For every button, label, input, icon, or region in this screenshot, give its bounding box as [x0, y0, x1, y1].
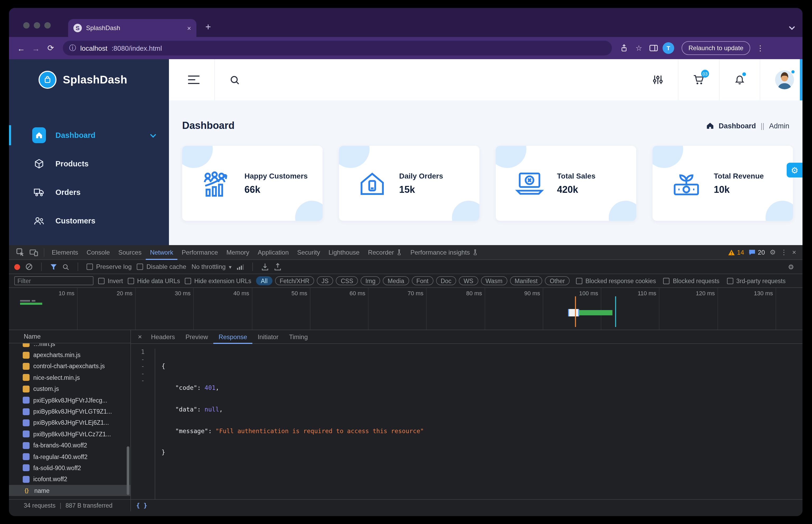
preserve-log-checkbox[interactable]: Preserve log	[87, 263, 132, 271]
filter-pill-doc[interactable]: Doc	[436, 276, 456, 285]
detail-tab-initiator[interactable]: Initiator	[252, 330, 284, 344]
sidebar-item-orders[interactable]: Orders	[9, 178, 169, 207]
devtools-tab-console[interactable]: Console	[82, 245, 114, 260]
hide-data-urls-checkbox[interactable]: Hide data URLs	[128, 278, 180, 284]
detail-tab-timing[interactable]: Timing	[284, 330, 313, 344]
blocked-cookies-checkbox[interactable]: Blocked response cookies	[576, 278, 656, 284]
devtools-menu-kebab-icon[interactable]: ⋮	[781, 248, 788, 256]
request-row[interactable]: pxiByp8kv8JHgFVrLCz7Z1...	[9, 428, 131, 440]
response-body[interactable]: 1 - - - - { "code": 401, "data": null, "…	[131, 344, 802, 499]
requests-scrollbar[interactable]	[127, 446, 129, 495]
bookmark-star-icon[interactable]: ☆	[633, 44, 645, 52]
network-conditions-icon[interactable]	[237, 264, 244, 270]
issues-counter[interactable]: 20	[749, 248, 765, 256]
network-search-icon[interactable]	[62, 263, 69, 270]
detail-tab-response[interactable]: Response	[213, 330, 252, 344]
filter-pill-wasm[interactable]: Wasm	[481, 276, 507, 285]
request-row[interactable]: custom.js	[9, 383, 131, 395]
device-toolbar-icon[interactable]	[27, 248, 41, 256]
request-row[interactable]: pxiEyp8kv8JHgFVrJJfecg...	[9, 395, 131, 406]
detail-tab-headers[interactable]: Headers	[146, 330, 180, 344]
traffic-light-minimize[interactable]	[34, 22, 40, 29]
network-filter-input[interactable]	[14, 276, 94, 285]
browser-menu-icon[interactable]: ⋮	[757, 44, 764, 52]
breadcrumb-dashboard[interactable]: Dashboard	[718, 122, 756, 130]
warnings-counter[interactable]: 14	[728, 248, 744, 256]
blocked-requests-checkbox[interactable]: Blocked requests	[663, 278, 720, 284]
devtools-tab-elements[interactable]: Elements	[48, 245, 82, 260]
devtools-close-icon[interactable]: ×	[792, 248, 796, 256]
side-panel-icon[interactable]	[648, 44, 659, 52]
traffic-light-zoom[interactable]	[44, 22, 51, 29]
filter-pill-all[interactable]: All	[256, 276, 272, 285]
devtools-tab-sources[interactable]: Sources	[114, 245, 146, 260]
pretty-print-button[interactable]: { }	[131, 502, 147, 509]
devtools-tab-security[interactable]: Security	[293, 245, 324, 260]
filter-pill-css[interactable]: CSS	[336, 276, 358, 285]
devtools-tab-recorder[interactable]: Recorder	[364, 245, 406, 260]
relaunch-update-button[interactable]: Relaunch to update	[681, 41, 750, 55]
request-row[interactable]: fa-brands-400.woff2	[9, 440, 131, 451]
request-row-selected[interactable]: {}name	[9, 485, 131, 496]
network-settings-gear-icon[interactable]: ⚙	[788, 263, 797, 271]
network-overview-timeline[interactable]: 10 ms 20 ms 30 ms 40 ms 50 ms 60 ms 70 m…	[9, 288, 802, 330]
filter-pill-media[interactable]: Media	[383, 276, 409, 285]
filter-pill-other[interactable]: Other	[545, 276, 570, 285]
filter-sliders-icon[interactable]	[653, 75, 663, 85]
hide-extension-urls-checkbox[interactable]: Hide extension URLs	[185, 278, 251, 284]
request-row[interactable]: fa-solid-900.woff2	[9, 462, 131, 474]
new-tab-button[interactable]: +	[205, 22, 211, 33]
devtools-tab-memory[interactable]: Memory	[222, 245, 254, 260]
filter-pill-ws[interactable]: WS	[459, 276, 478, 285]
devtools-tab-performance-insights[interactable]: Performance insights	[406, 245, 482, 260]
request-row[interactable]: fa-regular-400.woff2	[9, 451, 131, 462]
notifications-bell-icon[interactable]	[734, 74, 745, 85]
devtools-tab-lighthouse[interactable]: Lighthouse	[324, 245, 363, 260]
inspect-element-icon[interactable]	[13, 248, 27, 256]
address-bar[interactable]: ⓘ localhost:8080/index.html	[63, 41, 612, 55]
filter-pill-js[interactable]: JS	[317, 276, 334, 285]
hamburger-menu-icon[interactable]	[188, 76, 200, 84]
requests-name-column-header[interactable]: Name	[9, 330, 131, 343]
site-info-icon[interactable]: ⓘ	[69, 43, 76, 53]
disable-cache-checkbox[interactable]: Disable cache	[137, 263, 186, 271]
devtools-tab-application[interactable]: Application	[253, 245, 293, 260]
detail-close-icon[interactable]: ×	[134, 333, 146, 341]
detail-tab-preview[interactable]: Preview	[180, 330, 213, 344]
settings-gear-button[interactable]: ⚙	[786, 163, 802, 178]
request-row[interactable]: icofont.woff2	[9, 474, 131, 485]
request-row[interactable]: apexcharts.min.js	[9, 349, 131, 361]
request-row[interactable]: control-chart-apexcharts.js	[9, 361, 131, 372]
filter-pill-img[interactable]: Img	[360, 276, 380, 285]
tab-close-icon[interactable]: ×	[187, 24, 191, 32]
sidebar-item-dashboard[interactable]: Dashboard	[9, 121, 169, 149]
reload-button[interactable]: ⟳	[45, 43, 56, 53]
throttling-dropdown[interactable]: No throttling▾	[192, 263, 232, 271]
devtools-tab-performance[interactable]: Performance	[177, 245, 222, 260]
traffic-light-close[interactable]	[23, 22, 30, 29]
back-button[interactable]: ←	[15, 44, 27, 52]
request-row[interactable]: …min.js	[9, 343, 131, 349]
filter-funnel-icon[interactable]	[50, 263, 57, 270]
filter-pill-font[interactable]: Font	[411, 276, 433, 285]
record-network-log-button[interactable]	[14, 264, 20, 270]
import-har-icon[interactable]	[261, 263, 269, 271]
export-har-icon[interactable]	[274, 263, 282, 271]
request-row[interactable]: nice-select.min.js	[9, 372, 131, 383]
request-row[interactable]: pxiByp8kv8JHgFVrLEj6Z1...	[9, 417, 131, 428]
browser-tab[interactable]: S SplashDash ×	[68, 19, 197, 37]
user-avatar[interactable]	[775, 70, 794, 89]
app-logo[interactable]: SplashDash	[9, 59, 169, 100]
sidebar-item-customers[interactable]: Customers	[9, 207, 169, 235]
request-row[interactable]: pxiByp8kv8JHgFVrLGT9Z1...	[9, 406, 131, 417]
share-icon[interactable]	[618, 44, 630, 52]
cart-icon[interactable]: 03	[693, 75, 704, 85]
search-icon[interactable]	[230, 75, 240, 85]
profile-avatar[interactable]: T	[663, 42, 674, 54]
invert-checkbox[interactable]: Invert	[98, 278, 123, 284]
filter-pill-manifest[interactable]: Manifest	[510, 276, 542, 285]
third-party-requests-checkbox[interactable]: 3rd-party requests	[727, 278, 785, 284]
devtools-tab-network[interactable]: Network	[146, 245, 177, 260]
forward-button[interactable]: →	[30, 44, 42, 52]
filter-pill-fetch-xhr[interactable]: Fetch/XHR	[275, 276, 315, 285]
